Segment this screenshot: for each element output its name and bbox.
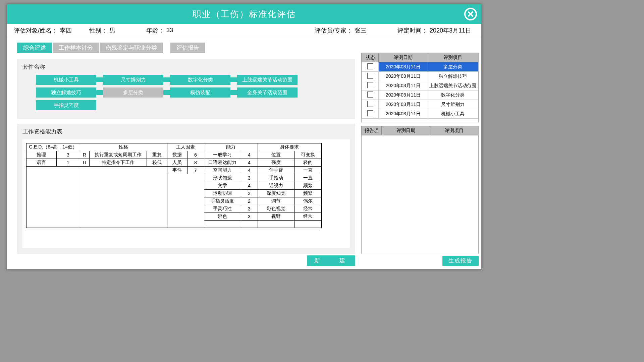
tabs: 综合评述工作样本计分伤残鉴定与职业分类评估报告 bbox=[17, 43, 355, 53]
report-header-cell: 评测项目 bbox=[430, 126, 478, 135]
subject-value: 李四 bbox=[60, 26, 72, 35]
checkbox[interactable] bbox=[367, 101, 373, 107]
ability-section: 工作资格能力表 G.E.D.（6=高，1=低） 性格 工人因素 能力 身体要求 … bbox=[17, 124, 355, 254]
kit-item[interactable]: 上肢远端关节活动范围 bbox=[237, 75, 298, 85]
checkbox[interactable] bbox=[367, 110, 373, 116]
report-header-cell: 报告项 bbox=[362, 126, 382, 135]
kit-item[interactable]: 独立解难技巧 bbox=[36, 87, 96, 98]
assessor-value: 张三 bbox=[355, 26, 367, 35]
generate-report-button[interactable]: 生成报告 bbox=[442, 256, 479, 266]
eval-row[interactable]: 2020年03月11日机械小工具 bbox=[362, 109, 478, 119]
eval-grid-wrap: 状态评测日期评测项目 2020年03月11日多层分类 2020年03月11日独立… bbox=[361, 53, 479, 122]
date-value: 2020年3月11日 bbox=[430, 26, 471, 35]
tab-3[interactable]: 评估报告 bbox=[170, 43, 205, 53]
ability-table-wrap: G.E.D.（6=高，1=低） 性格 工人因素 能力 身体要求 推理3 R执行重… bbox=[22, 139, 350, 248]
date-label: 评定时间： bbox=[397, 26, 428, 35]
age-value: 33 bbox=[166, 27, 173, 34]
tab-0[interactable]: 综合评述 bbox=[17, 43, 52, 53]
close-icon bbox=[464, 7, 477, 21]
report-header-cell: 评测日期 bbox=[382, 126, 430, 135]
close-button[interactable] bbox=[464, 7, 477, 21]
checkbox[interactable] bbox=[367, 82, 373, 88]
eval-row[interactable]: 2020年03月11日独立解难技巧 bbox=[362, 72, 478, 81]
eval-row[interactable]: 2020年03月11日上肢远端关节活动范围 bbox=[362, 81, 478, 90]
kit-item[interactable]: 数字化分类 bbox=[170, 75, 230, 85]
kits-container: 机械小工具尺寸辨别力数字化分类上肢远端关节活动范围独立解难技巧多层分类模仿装配全… bbox=[22, 75, 350, 113]
checkbox[interactable] bbox=[367, 92, 373, 98]
report-grid-wrap: 报告项评测日期评测项目 bbox=[361, 126, 479, 254]
gender-value: 男 bbox=[109, 26, 115, 35]
kits-title: 套件名称 bbox=[22, 63, 350, 71]
report-grid-body bbox=[362, 135, 478, 254]
checkbox[interactable] bbox=[367, 73, 373, 79]
eval-grid[interactable]: 状态评测日期评测项目 2020年03月11日多层分类 2020年03月11日独立… bbox=[362, 53, 478, 119]
kits-section: 套件名称 机械小工具尺寸辨别力数字化分类上肢远端关节活动范围独立解难技巧多层分类… bbox=[17, 59, 355, 119]
ability-table: G.E.D.（6=高，1=低） 性格 工人因素 能力 身体要求 推理3 R执行重… bbox=[26, 143, 322, 228]
kit-item[interactable]: 尺寸辨别力 bbox=[103, 75, 163, 85]
kit-item[interactable]: 模仿装配 bbox=[170, 87, 230, 98]
kit-item[interactable]: 多层分类 bbox=[103, 87, 163, 98]
eval-row[interactable]: 2020年03月11日数字化分类 bbox=[362, 90, 478, 100]
main-window: 职业（工伤）标准化评估 评估对象/姓名： 李四 性别： 男 年龄： 33 评估员… bbox=[7, 4, 482, 269]
subject-label: 评估对象/姓名： bbox=[14, 26, 58, 35]
kit-item[interactable]: 机械小工具 bbox=[36, 75, 96, 85]
age-label: 年龄： bbox=[146, 26, 164, 35]
tab-1[interactable]: 工作样本计分 bbox=[53, 43, 99, 53]
report-grid-header: 报告项评测日期评测项目 bbox=[362, 126, 478, 135]
assessor-label: 评估员/专家： bbox=[315, 26, 353, 35]
kit-item[interactable]: 手指灵巧度 bbox=[36, 100, 96, 110]
window-title: 职业（工伤）标准化评估 bbox=[193, 8, 296, 20]
gender-label: 性别： bbox=[89, 26, 107, 35]
titlebar: 职业（工伤）标准化评估 bbox=[7, 4, 481, 24]
eval-row[interactable]: 2020年03月11日多层分类 bbox=[362, 62, 478, 72]
new-button[interactable]: 新 建 bbox=[307, 255, 355, 266]
info-bar: 评估对象/姓名： 李四 性别： 男 年龄： 33 评估员/专家： 张三 评定时间… bbox=[7, 24, 481, 37]
checkbox[interactable] bbox=[367, 63, 373, 69]
ability-title: 工作资格能力表 bbox=[22, 128, 350, 135]
kit-item[interactable]: 全身关节活动范围 bbox=[237, 87, 298, 98]
tab-2[interactable]: 伤残鉴定与职业分类 bbox=[100, 43, 163, 53]
eval-row[interactable]: 2020年03月11日尺寸辨别力 bbox=[362, 100, 478, 109]
